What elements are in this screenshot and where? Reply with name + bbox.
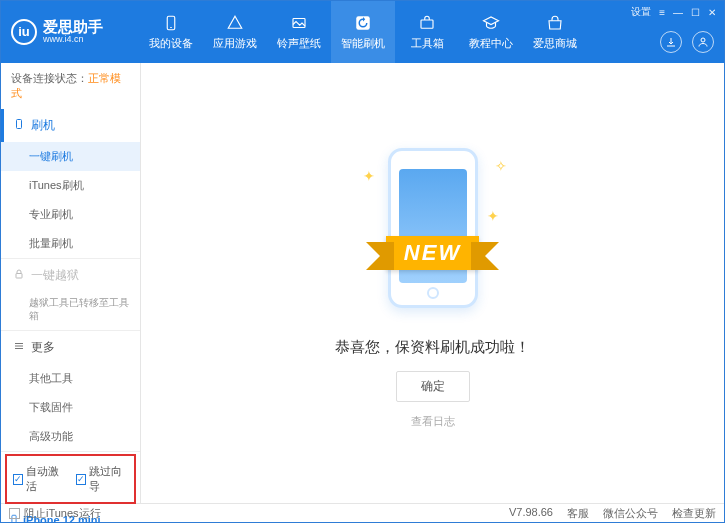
checkbox-block-itunes[interactable] <box>9 508 20 519</box>
nav-apps-games[interactable]: 应用游戏 <box>203 1 267 63</box>
checkbox-icon: ✓ <box>76 474 86 485</box>
app-header: iu 爱思助手 www.i4.cn 我的设备 应用游戏 铃声壁纸 智能刷机 工具… <box>1 1 724 63</box>
store-icon <box>545 13 565 33</box>
nav-ringtones-wallpapers[interactable]: 铃声壁纸 <box>267 1 331 63</box>
settings-link[interactable]: 设置 <box>631 5 651 19</box>
nav-label: 工具箱 <box>411 36 444 51</box>
nav-label: 爱思商城 <box>533 36 577 51</box>
tutorial-icon <box>481 13 501 33</box>
view-log-link[interactable]: 查看日志 <box>411 414 455 429</box>
nav-store[interactable]: 爱思商城 <box>523 1 587 63</box>
checkbox-label: 跳过向导 <box>89 464 128 494</box>
wallpaper-icon <box>289 13 309 33</box>
nav-label: 智能刷机 <box>341 36 385 51</box>
download-button[interactable] <box>660 31 682 53</box>
nav-tutorials[interactable]: 教程中心 <box>459 1 523 63</box>
app-title: 爱思助手 <box>43 19 103 36</box>
svg-rect-4 <box>421 20 433 28</box>
section-title: 刷机 <box>31 117 55 134</box>
sidebar-item-pro-flash[interactable]: 专业刷机 <box>1 200 140 229</box>
sidebar-item-download-firmware[interactable]: 下载固件 <box>1 393 140 422</box>
flash-options: ✓ 自动激活 ✓ 跳过向导 <box>5 454 136 504</box>
minimize-icon[interactable]: — <box>673 7 683 18</box>
footer-link-update[interactable]: 检查更新 <box>672 506 716 521</box>
nav-tabs: 我的设备 应用游戏 铃声壁纸 智能刷机 工具箱 教程中心 爱思商城 <box>139 1 587 63</box>
block-itunes-label: 阻止iTunes运行 <box>24 506 101 521</box>
device-icon <box>161 13 181 33</box>
sidebar-section-flash[interactable]: 刷机 <box>1 109 140 142</box>
footer-link-support[interactable]: 客服 <box>567 506 589 521</box>
nav-toolbox[interactable]: 工具箱 <box>395 1 459 63</box>
logo-icon: iu <box>11 19 37 45</box>
sidebar: 设备连接状态：正常模式 刷机 一键刷机 iTunes刷机 专业刷机 批量刷机 一… <box>1 63 141 503</box>
nav-my-device[interactable]: 我的设备 <box>139 1 203 63</box>
svg-rect-6 <box>17 120 22 129</box>
svg-rect-7 <box>16 274 22 279</box>
section-title: 一键越狱 <box>31 267 79 284</box>
lock-icon <box>13 268 25 283</box>
sidebar-item-advanced[interactable]: 高级功能 <box>1 422 140 451</box>
version-label: V7.98.66 <box>509 506 553 521</box>
checkbox-auto-activate[interactable]: ✓ 自动激活 <box>13 464 66 494</box>
checkbox-skip-setup[interactable]: ✓ 跳过向导 <box>76 464 129 494</box>
nav-smart-flash[interactable]: 智能刷机 <box>331 1 395 63</box>
menu-icon <box>13 340 25 355</box>
close-icon[interactable]: ✕ <box>708 7 716 18</box>
nav-label: 铃声壁纸 <box>277 36 321 51</box>
success-message: 恭喜您，保资料刷机成功啦！ <box>335 338 530 357</box>
success-illustration: ✦ ✧ ✦ NEW <box>353 138 513 318</box>
sidebar-item-itunes-flash[interactable]: iTunes刷机 <box>1 171 140 200</box>
phone-icon <box>13 118 25 133</box>
nav-label: 应用游戏 <box>213 36 257 51</box>
sidebar-section-more[interactable]: 更多 <box>1 331 140 364</box>
sidebar-section-jailbreak: 一键越狱 <box>1 259 140 292</box>
checkbox-icon: ✓ <box>13 474 23 485</box>
main-content: ✦ ✧ ✦ NEW 恭喜您，保资料刷机成功啦！ 确定 查看日志 <box>141 63 724 503</box>
checkbox-label: 自动激活 <box>26 464 65 494</box>
section-title: 更多 <box>31 339 55 356</box>
user-button[interactable] <box>692 31 714 53</box>
phone-icon <box>388 148 478 308</box>
apps-icon <box>225 13 245 33</box>
footer-link-wechat[interactable]: 微信公众号 <box>603 506 658 521</box>
nav-label: 教程中心 <box>469 36 513 51</box>
logo-area: iu 爱思助手 www.i4.cn <box>11 19 139 45</box>
sidebar-item-other-tools[interactable]: 其他工具 <box>1 364 140 393</box>
new-ribbon: NEW <box>353 233 513 273</box>
ok-button[interactable]: 确定 <box>396 371 470 402</box>
nav-label: 我的设备 <box>149 36 193 51</box>
window-controls: 设置 ≡ — ☐ ✕ <box>631 5 716 19</box>
app-subtitle: www.i4.cn <box>43 35 103 45</box>
connection-status: 设备连接状态：正常模式 <box>1 63 140 109</box>
toolbox-icon <box>417 13 437 33</box>
maximize-icon[interactable]: ☐ <box>691 7 700 18</box>
jailbreak-note: 越狱工具已转移至工具箱 <box>1 292 140 330</box>
sidebar-item-onekey-flash[interactable]: 一键刷机 <box>1 142 140 171</box>
sidebar-item-batch-flash[interactable]: 批量刷机 <box>1 229 140 258</box>
refresh-icon <box>353 13 373 33</box>
svg-point-5 <box>701 38 705 42</box>
menu-icon[interactable]: ≡ <box>659 7 665 18</box>
